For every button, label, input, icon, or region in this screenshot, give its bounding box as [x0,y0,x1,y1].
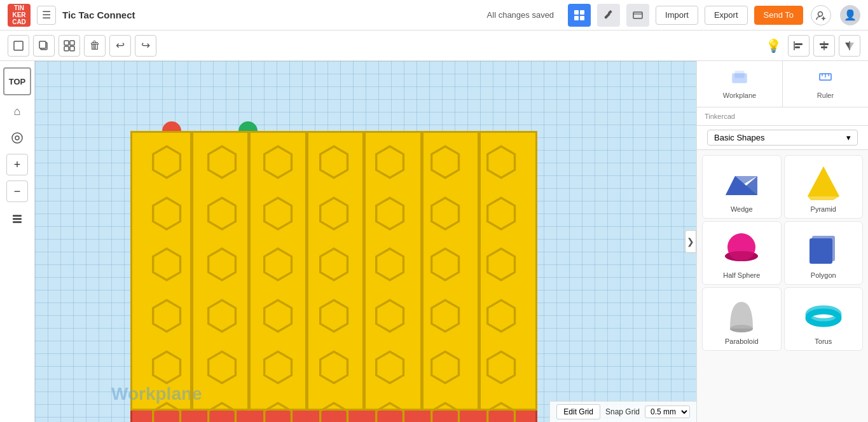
new-button[interactable] [8,35,29,57]
board-cell[interactable] [306,239,362,290]
undo-button[interactable]: ↩ [109,35,131,57]
game-board[interactable] [130,131,537,422]
board-cell[interactable] [195,137,251,188]
tinkercad-logo: TINKERCAD [8,4,31,27]
workplane-tab[interactable]: Workplane [697,61,783,107]
shape-half-sphere[interactable]: Half Sphere [702,221,782,285]
home-button[interactable]: ⌂ [6,100,28,122]
board-cell[interactable] [306,393,362,422]
board-cell[interactable] [418,393,474,422]
grid-view-button[interactable] [568,4,591,27]
board-cell[interactable] [473,393,529,422]
edit-grid-button[interactable]: Edit Grid [556,404,600,419]
paraboloid-icon [722,296,761,334]
board-cell[interactable] [362,342,418,393]
board-cell[interactable] [139,239,195,290]
column-divider [478,133,481,409]
board-cell[interactable] [306,342,362,393]
ruler-tab-label: Ruler [817,92,834,99]
hammer-view-button[interactable] [597,4,620,27]
shape-paraboloid[interactable]: Paraboloid [702,287,782,351]
export-button[interactable]: Export [705,6,748,25]
board-cell[interactable] [306,188,362,240]
svg-marker-69 [265,403,292,422]
svg-marker-51 [432,249,459,280]
board-cell[interactable] [362,188,418,240]
zoom-out-button[interactable]: − [6,180,28,202]
board-cell[interactable] [362,393,418,422]
group-button[interactable] [59,35,80,57]
board-cell[interactable] [195,342,251,393]
board-cell[interactable] [139,342,195,393]
board-cell[interactable] [139,137,195,188]
menu-button[interactable]: ☰ [37,6,56,25]
board-cell[interactable] [250,188,306,240]
board-cell[interactable] [418,188,474,240]
board-cell[interactable] [473,188,529,240]
shape-torus[interactable]: Torus [784,287,864,351]
fit-view-button[interactable] [6,127,28,149]
snap-grid-select[interactable]: 0.5 mm 1 mm 2 mm [645,405,690,418]
board-cell[interactable] [362,137,418,188]
shapes-category-dropdown[interactable]: Basic Shapes ▾ [707,130,858,146]
view-top-button[interactable]: TOP [3,67,31,95]
shape-pyramid[interactable]: Pyramid [784,155,864,219]
board-cell[interactable] [195,239,251,290]
box-view-button[interactable] [626,4,649,27]
redo-button[interactable]: ↪ [135,35,156,57]
board-cell[interactable] [250,239,306,290]
polygon-icon [804,229,843,268]
align-center-button[interactable] [813,35,835,57]
light-toggle[interactable]: 💡 [762,35,784,57]
svg-rect-18 [795,43,803,45]
pyramid-label: Pyramid [811,205,836,213]
svg-point-8 [818,11,823,16]
board-cell[interactable] [250,393,306,422]
board-cell[interactable] [473,342,529,393]
svg-marker-66 [488,351,515,383]
align-left-button[interactable] [788,35,809,57]
svg-point-28 [15,136,19,140]
board-cell[interactable] [418,290,474,342]
board-cell[interactable] [473,290,529,342]
mirror-button[interactable] [839,35,860,57]
layers-button[interactable] [6,207,28,229]
snap-grid-bar: Edit Grid Snap Grid 0.5 mm 1 mm 2 mm [549,401,696,422]
board-cell[interactable] [195,290,251,342]
canvas-area[interactable]: Workplane ❯ Edit Grid Snap Grid 0.5 mm 1… [35,61,696,422]
shapes-grid: Wedge Pyramid Half Sphere Polygon Parabo… [697,150,868,356]
svg-point-87 [725,251,758,261]
svg-marker-24 [845,43,849,49]
board-cell[interactable] [362,239,418,290]
add-user-button[interactable] [811,5,831,25]
ruler-tab[interactable]: Ruler [783,61,868,107]
board-cell[interactable] [250,342,306,393]
send-to-button[interactable]: Send To [754,6,803,25]
zoom-in-button[interactable]: + [6,154,28,175]
user-avatar[interactable]: 👤 [840,5,860,25]
copy-button[interactable] [33,35,55,57]
board-cell[interactable] [306,290,362,342]
column-divider [247,133,251,409]
board-cell[interactable] [418,137,474,188]
board-cell[interactable] [139,188,195,240]
board-cell[interactable] [306,137,362,188]
board-cell[interactable] [418,239,474,290]
svg-marker-63 [320,351,348,383]
board-cell[interactable] [195,188,251,240]
board-cell[interactable] [139,393,195,422]
board-cell[interactable] [473,239,529,290]
collapse-panel-button[interactable]: ❯ [685,230,696,253]
board-cell[interactable] [195,393,251,422]
shape-wedge[interactable]: Wedge [702,155,782,219]
import-button[interactable]: Import [656,6,698,25]
shape-polygon[interactable]: Polygon [784,221,864,285]
board-cell[interactable] [418,342,474,393]
board-cell[interactable] [362,290,418,342]
board-cell[interactable] [250,137,306,188]
board-main [130,131,537,411]
board-cell[interactable] [250,290,306,342]
board-cell[interactable] [473,137,529,188]
board-cell[interactable] [139,290,195,342]
delete-button[interactable]: 🗑 [84,35,106,57]
